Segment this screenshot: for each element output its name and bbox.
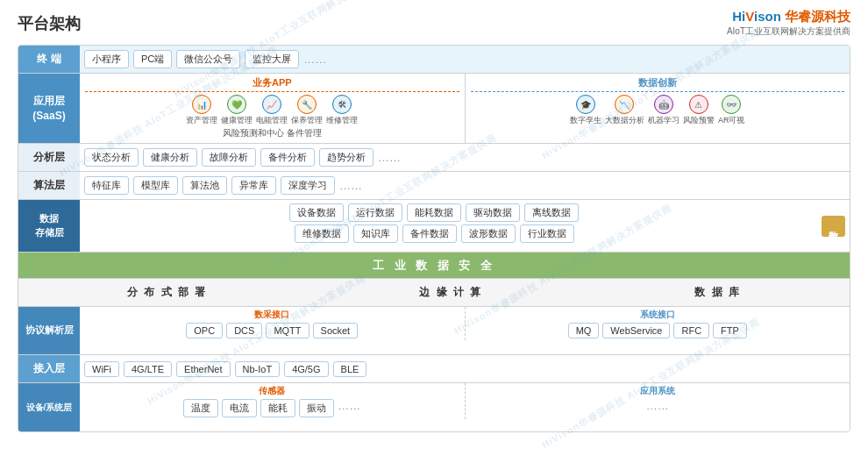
protocol-datacollect: 数采接口 OPC DCS MQTT Socket <box>80 307 466 340</box>
device-row: 设备/系统层 传感器 温度 电流 能耗 振动 …… 应用系统 <box>18 383 850 431</box>
proto-mqtt: MQTT <box>266 323 309 338</box>
access-ble: BLE <box>333 361 367 377</box>
sensor-ellipsis: …… <box>338 399 360 417</box>
saas-icon-digital-label: 数字孪生 <box>570 115 601 126</box>
algorithm-content: 特征库 模型库 算法池 异常库 深度学习 …… <box>80 172 850 199</box>
sensor-title: 传感器 <box>83 385 461 397</box>
saas-icon-energy-label: 电能管理 <box>256 115 288 126</box>
saas-icon-digital: 🎓 数字孪生 <box>570 95 601 126</box>
maintenance-icon: 🔧 <box>297 95 317 114</box>
storage-operation: 运行数据 <box>348 203 402 222</box>
security-row: 工 业 数 据 安 全 <box>18 253 850 279</box>
saas-content: 业务APP 📊 资产管理 💚 健康管理 📈 电能管理 <box>80 74 850 143</box>
saas-icon-bigdata-label: 大数据分析 <box>605 115 644 126</box>
device-sensor-section: 传感器 温度 电流 能耗 振动 …… <box>80 383 466 419</box>
dist-item-2: 数 据 库 <box>694 285 741 300</box>
access-4g: 4G/LTE <box>124 361 172 377</box>
data-center-box: 数据中心 <box>822 216 845 237</box>
saas-icon-ml-label: 机器学习 <box>648 115 679 126</box>
analysis-row: 分析层 状态分析 健康分析 故障分析 备件分析 趋势分析 …… <box>18 144 850 172</box>
sensor-energy: 能耗 <box>260 399 295 417</box>
access-ethernet: EtherNet <box>176 361 230 377</box>
saas-icon-maintenance: 🔧 保养管理 <box>291 95 323 126</box>
saas-icon-ar: 👓 AR可视 <box>718 95 745 126</box>
saas-icon-asset-label: 资产管理 <box>186 115 217 126</box>
saas-row: 应用层 (SaaS) 业务APP 📊 资产管理 💚 健康管理 <box>18 74 850 144</box>
terminal-row: 终 端 小程序 PC端 微信公众号 监控大屏 …… <box>18 46 850 74</box>
dist-item-1: 边 缘 计 算 <box>419 285 482 300</box>
data-collect-title: 数采接口 <box>83 309 461 321</box>
repair-icon: 🛠 <box>332 95 352 114</box>
storage-row: 数据 存储层 设备数据 运行数据 能耗数据 驱动数据 离线数据 维修数据 知识库… <box>18 200 850 253</box>
dist-row: 分 布 式 部 署 边 缘 计 算 数 据 库 <box>18 279 850 307</box>
app-system-title: 应用系统 <box>469 385 847 397</box>
protocol-system: 系统接口 MQ WebService RFC FTP <box>466 307 850 340</box>
logo: HiVison 华睿源科技 AIoT工业互联网解决方案提供商 <box>727 9 850 38</box>
logo-subtitle: AIoT工业互联网解决方案提供商 <box>727 25 850 38</box>
algorithm-deeplearn: 深度学习 <box>281 176 335 195</box>
architecture-diagram: 终 端 小程序 PC端 微信公众号 监控大屏 …… 应用层 (SaaS) 业务A… <box>18 45 850 432</box>
storage-parts: 备件数据 <box>402 224 457 243</box>
saas-icon-maintenance-label: 保养管理 <box>291 115 323 126</box>
access-row: 接入层 WiFi 4G/LTE EtherNet Nb-IoT 4G/5G BL… <box>18 355 850 383</box>
saas-icon-ar-label: AR可视 <box>718 115 745 126</box>
security-text: 工 业 数 据 安 全 <box>373 258 495 274</box>
risk-icon: ⚠ <box>689 95 708 114</box>
saas-icon-asset: 📊 资产管理 <box>186 95 217 126</box>
storage-energy: 能耗数据 <box>407 203 461 222</box>
saas-business-section: 业务APP 📊 资产管理 💚 健康管理 📈 电能管理 <box>80 74 466 143</box>
saas-icon-health-label: 健康管理 <box>221 115 253 126</box>
saas-icon-ml: 🤖 机器学习 <box>648 95 679 126</box>
saas-icon-health: 💚 健康管理 <box>221 95 253 126</box>
terminal-label: 终 端 <box>18 46 80 73</box>
app-ellipsis: …… <box>646 399 669 412</box>
terminal-monitor: 监控大屏 <box>245 50 299 68</box>
proto-dcs: DCS <box>226 323 262 338</box>
terminal-wechat: 微信公众号 <box>176 50 240 68</box>
device-label: 设备/系统层 <box>18 383 80 431</box>
page-header: 平台架构 HiVison 华睿源科技 AIoT工业互联网解决方案提供商 <box>18 9 850 38</box>
ar-icon: 👓 <box>722 95 741 114</box>
storage-label: 数据 存储层 <box>18 200 80 252</box>
health-icon: 💚 <box>227 95 246 114</box>
storage-content: 设备数据 运行数据 能耗数据 驱动数据 离线数据 维修数据 知识库 备件数据 波… <box>80 200 850 252</box>
sensor-items: 温度 电流 能耗 振动 …… <box>83 399 461 417</box>
algorithm-model: 模型库 <box>133 176 178 195</box>
algorithm-feature: 特征库 <box>84 176 129 195</box>
storage-drive: 驱动数据 <box>466 203 520 222</box>
proto-socket: Socket <box>313 323 359 338</box>
proto-opc: OPC <box>186 323 223 338</box>
analysis-status: 状态分析 <box>84 148 139 167</box>
algorithm-row: 算法层 特征库 模型库 算法池 异常库 深度学习 …… <box>18 172 850 200</box>
sensor-temp: 温度 <box>183 399 218 417</box>
terminal-ellipsis: …… <box>303 53 326 66</box>
storage-row1: 设备数据 运行数据 能耗数据 驱动数据 离线数据 <box>289 203 579 222</box>
saas-data-icons: 🎓 数字孪生 📉 大数据分析 🤖 机器学习 ⚠ <box>471 95 845 126</box>
access-5g: 4G/5G <box>284 361 328 377</box>
device-inner: 传感器 温度 电流 能耗 振动 …… 应用系统 …… <box>80 383 850 419</box>
storage-device: 设备数据 <box>289 203 344 222</box>
ml-icon: 🤖 <box>654 95 673 114</box>
security-content: 工 业 数 据 安 全 <box>18 253 850 278</box>
saas-data-section: 数据创新 🎓 数字孪生 📉 大数据分析 🤖 机器学习 <box>466 74 850 143</box>
saas-data-title: 数据创新 <box>471 76 845 92</box>
saas-business-icons: 📊 资产管理 💚 健康管理 📈 电能管理 🔧 <box>85 95 459 126</box>
storage-knowledge: 知识库 <box>353 224 398 243</box>
protocol-content: 数采接口 OPC DCS MQTT Socket 系统接口 MQ WebServ… <box>80 307 850 354</box>
analysis-trend: 趋势分析 <box>319 148 374 167</box>
saas-icon-risk: ⚠ 风险预警 <box>683 95 715 126</box>
access-label: 接入层 <box>18 355 80 382</box>
saas-business-extra: 风险预测和中心 备件管理 <box>85 126 459 140</box>
system-items: MQ WebService RFC FTP <box>469 323 847 338</box>
analysis-fault: 故障分析 <box>202 148 256 167</box>
sensor-current: 电流 <box>222 399 257 417</box>
sensor-vibration: 振动 <box>299 399 334 417</box>
terminal-miniprogram: 小程序 <box>84 50 129 68</box>
terminal-content: 小程序 PC端 微信公众号 监控大屏 …… <box>80 46 850 73</box>
dist-content: 分 布 式 部 署 边 缘 计 算 数 据 库 <box>18 279 850 306</box>
storage-row2: 维修数据 知识库 备件数据 波形数据 行业数据 <box>295 224 574 243</box>
algorithm-ellipsis: …… <box>339 179 362 192</box>
saas-icon-repair: 🛠 维修管理 <box>326 95 358 126</box>
proto-webservice: WebService <box>602 323 670 338</box>
storage-repair: 维修数据 <box>295 224 349 243</box>
